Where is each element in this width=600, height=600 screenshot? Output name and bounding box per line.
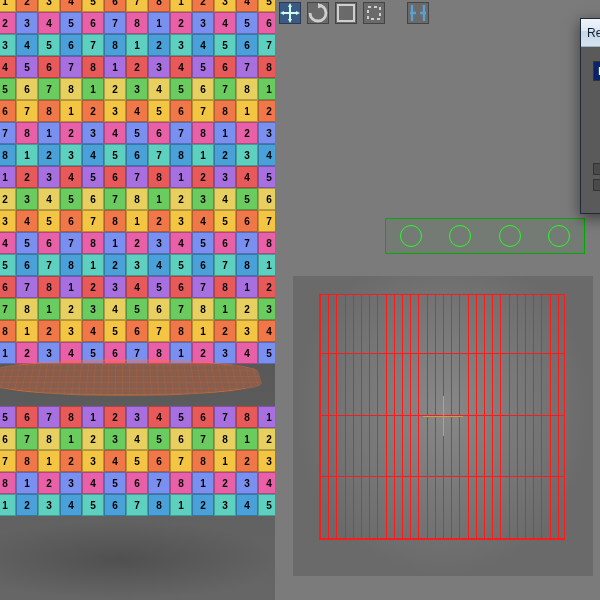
uv-selection-grid[interactable] — [319, 294, 565, 540]
ground-shadow — [0, 520, 275, 600]
texture-tile: 6 — [148, 122, 170, 144]
texture-tile: 2 — [126, 232, 148, 254]
texture-tile: 4 — [60, 166, 82, 188]
texture-tile: 7 — [126, 494, 148, 516]
texture-tile: 3 — [82, 450, 104, 472]
texture-tile: 1 — [192, 320, 214, 342]
rotate-tool-button[interactable] — [307, 2, 329, 24]
texture-tile: 1 — [104, 56, 126, 78]
texture-tile: 4 — [258, 144, 275, 166]
texture-tile: 6 — [104, 166, 126, 188]
texture-tile: 5 — [0, 254, 16, 276]
texture-tile: 4 — [214, 12, 236, 34]
texture-tile: 3 — [258, 298, 275, 320]
texture-tile: 7 — [16, 276, 38, 298]
texture-tile: 8 — [16, 122, 38, 144]
mirror-tool-button[interactable] — [407, 2, 429, 24]
texture-tile: 7 — [0, 122, 16, 144]
texture-tile: 7 — [258, 210, 275, 232]
texture-tile: 2 — [236, 298, 258, 320]
shell-icon — [449, 225, 471, 247]
texture-tile: 2 — [82, 100, 104, 122]
texture-tile: 7 — [258, 34, 275, 56]
texture-tile: 4 — [170, 56, 192, 78]
relax-mode-dropdown[interactable]: Relax By Face Angles — [593, 61, 600, 81]
texture-tile: 2 — [104, 406, 126, 428]
texture-tile: 2 — [236, 450, 258, 472]
dialog-title: Relax Tool — [587, 26, 600, 40]
texture-tile: 2 — [104, 254, 126, 276]
texture-tile: 3 — [236, 144, 258, 166]
texture-tile: 4 — [82, 320, 104, 342]
move-tool-button[interactable] — [279, 2, 301, 24]
texture-tile: 1 — [82, 78, 104, 100]
texture-tile: 5 — [126, 450, 148, 472]
texture-tile: 6 — [192, 406, 214, 428]
texture-tile: 6 — [60, 34, 82, 56]
texture-tile: 7 — [38, 406, 60, 428]
uv-canvas[interactable] — [293, 276, 593, 576]
texture-tile: 8 — [60, 254, 82, 276]
corners-checkbox[interactable] — [593, 179, 600, 191]
texture-tile: 5 — [258, 0, 275, 12]
texture-tile: 4 — [192, 34, 214, 56]
texture-tile: 2 — [192, 166, 214, 188]
texture-tile: 1 — [38, 450, 60, 472]
uv-toolbar — [275, 0, 600, 26]
texture-tile: 2 — [16, 342, 38, 364]
texture-tile: 2 — [60, 298, 82, 320]
boundary-checkbox[interactable] — [593, 163, 600, 175]
texture-tile: 2 — [0, 12, 16, 34]
texture-tile: 4 — [236, 342, 258, 364]
scale-tool-button[interactable] — [335, 2, 357, 24]
texture-tile: 1 — [170, 0, 192, 12]
texture-tile: 8 — [258, 56, 275, 78]
iterations-label: Iterations: — [593, 95, 600, 107]
texture-tile: 2 — [38, 320, 60, 342]
texture-tile: 1 — [16, 472, 38, 494]
texture-tile: 6 — [170, 428, 192, 450]
texture-tile: 4 — [126, 100, 148, 122]
texture-tile: 5 — [258, 166, 275, 188]
texture-tile: 4 — [214, 188, 236, 210]
texture-tile: 8 — [126, 12, 148, 34]
freeform-tool-button[interactable] — [363, 2, 385, 24]
texture-tile: 5 — [104, 472, 126, 494]
texture-tile: 7 — [16, 428, 38, 450]
texture-tile: 7 — [214, 78, 236, 100]
texture-tile: 3 — [16, 188, 38, 210]
texture-tile: 5 — [82, 494, 104, 516]
texture-tile: 4 — [126, 428, 148, 450]
texture-tile: 7 — [0, 298, 16, 320]
texture-tile: 8 — [148, 494, 170, 516]
texture-tile: 8 — [0, 320, 16, 342]
texture-tile: 8 — [214, 276, 236, 298]
texture-tile: 8 — [192, 298, 214, 320]
texture-tile: 5 — [148, 100, 170, 122]
texture-tile: 8 — [126, 188, 148, 210]
texture-tile: 8 — [192, 450, 214, 472]
texture-tile: 2 — [170, 188, 192, 210]
texture-tile: 7 — [170, 298, 192, 320]
dialog-titlebar[interactable]: Relax Tool — [581, 19, 600, 47]
texture-tile: 5 — [148, 276, 170, 298]
texture-tile: 5 — [60, 12, 82, 34]
texture-tile: 6 — [16, 78, 38, 100]
texture-tile: 7 — [82, 210, 104, 232]
texture-tile: 2 — [38, 472, 60, 494]
texture-tile: 6 — [126, 144, 148, 166]
texture-tile: 3 — [192, 188, 214, 210]
texture-tile: 7 — [236, 56, 258, 78]
texture-tile: 7 — [192, 100, 214, 122]
texture-tile: 5 — [192, 232, 214, 254]
texture-tile: 3 — [126, 78, 148, 100]
uv-seam-ring — [0, 360, 265, 396]
texture-tile: 6 — [0, 428, 16, 450]
texture-tile: 7 — [104, 188, 126, 210]
texture-tile: 2 — [16, 494, 38, 516]
viewport-3d[interactable]: 1234567812345234567812345634567812345674… — [0, 0, 275, 600]
texture-tile: 8 — [38, 100, 60, 122]
texture-tile: 8 — [0, 144, 16, 166]
texture-tile: 7 — [0, 450, 16, 472]
texture-tile: 5 — [0, 78, 16, 100]
